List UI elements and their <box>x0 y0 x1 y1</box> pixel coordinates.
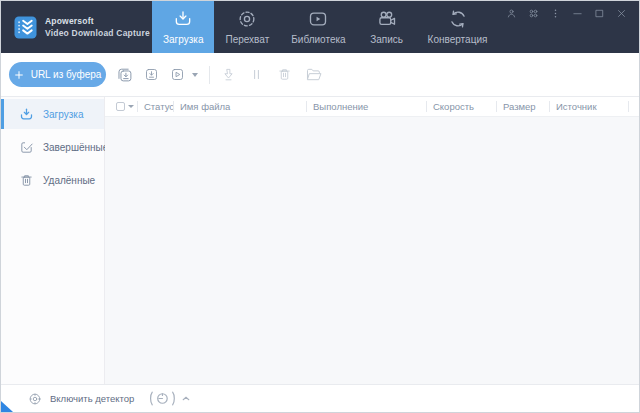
column-header-size[interactable]: Размер <box>496 97 549 116</box>
select-options-caret-icon[interactable] <box>128 105 134 108</box>
select-all-checkbox[interactable] <box>116 102 125 111</box>
record-camera-icon <box>377 9 397 29</box>
sidebar: Загрузка Завершённые Удалённые <box>1 97 105 384</box>
paste-url-label: URL из буфера <box>31 69 102 80</box>
toolbar: URL из буфера <box>1 53 639 96</box>
column-label: Имя файла <box>180 101 230 112</box>
task-actions <box>221 66 322 83</box>
column-header-speed[interactable]: Скорость <box>426 97 496 116</box>
column-header-spacer <box>628 97 639 116</box>
play-options-caret-icon[interactable] <box>192 73 198 77</box>
convert-icon <box>448 9 468 29</box>
open-folder-button[interactable] <box>305 66 322 83</box>
content-area: Загрузка Завершённые Удалённые <box>1 96 639 384</box>
pause-button[interactable] <box>249 67 264 82</box>
plus-icon <box>14 70 24 80</box>
toolbar-divider <box>209 66 210 84</box>
download-list-panel: Статус Имя файла Выполнение Скорость Раз… <box>105 97 639 384</box>
column-header-source[interactable]: Источник <box>549 97 628 116</box>
column-label: Статус <box>144 101 174 112</box>
download-icon <box>19 107 34 122</box>
app-brand: Apowersoft Video Download Capture <box>1 1 152 53</box>
download-all-icon <box>116 66 133 83</box>
app-window: Apowersoft Video Download Capture Загруз… <box>0 0 640 413</box>
sidebar-item-label: Удалённые <box>43 175 95 186</box>
target-icon <box>237 9 257 29</box>
close-icon[interactable] <box>616 8 627 19</box>
sidebar-item-label: Завершённые <box>43 142 108 153</box>
app-logo-icon <box>14 16 37 39</box>
brand-product: Video Download Capture <box>45 27 150 39</box>
tab-label: Перехват <box>225 34 269 45</box>
download-tray-icon <box>173 9 193 29</box>
tab-label: Библиотека <box>291 34 345 45</box>
statusbar: Включить детектор <box>1 384 639 412</box>
tab-download[interactable]: Загрузка <box>152 1 214 53</box>
column-label: Размер <box>503 101 536 112</box>
pause-icon <box>249 67 264 82</box>
main-nav: Загрузка Перехват Библиотека <box>152 1 498 53</box>
select-all-control[interactable] <box>105 102 137 111</box>
folder-open-icon <box>305 66 322 83</box>
sidebar-item-completed[interactable]: Завершённые <box>1 132 104 162</box>
column-header-filename[interactable]: Имя файла <box>173 97 306 116</box>
speed-gauge-icon <box>148 390 177 407</box>
tab-detect[interactable]: Перехват <box>214 1 280 53</box>
completed-check-icon <box>19 140 34 155</box>
app-title: Apowersoft Video Download Capture <box>45 15 150 40</box>
maximize-icon[interactable] <box>594 8 605 19</box>
account-icon[interactable] <box>506 8 517 19</box>
detector-icon <box>28 392 42 406</box>
column-label: Источник <box>556 101 597 112</box>
column-header-status[interactable]: Статус <box>137 97 173 116</box>
tab-convert[interactable]: Конвертация <box>417 1 499 53</box>
tab-library[interactable]: Библиотека <box>280 1 356 53</box>
column-header-progress[interactable]: Выполнение <box>306 97 426 116</box>
download-all-button[interactable] <box>116 66 133 83</box>
caret-up-icon[interactable] <box>182 390 190 407</box>
paste-url-button[interactable]: URL из буфера <box>9 62 106 87</box>
speed-limiter-control[interactable] <box>148 390 190 407</box>
detector-toggle[interactable]: Включить детектор <box>50 393 134 404</box>
tab-label: Загрузка <box>163 34 203 45</box>
tab-record[interactable]: Запись <box>357 1 417 53</box>
column-label: Выполнение <box>313 101 368 112</box>
resume-download-icon <box>221 67 236 82</box>
sidebar-item-deleted[interactable]: Удалённые <box>1 165 104 195</box>
download-box-icon <box>144 67 159 82</box>
table-header: Статус Имя файла Выполнение Скорость Раз… <box>105 97 639 117</box>
download-selected-button[interactable] <box>144 67 159 82</box>
sidebar-item-label: Загрузка <box>43 109 83 120</box>
play-task-button[interactable] <box>170 67 185 82</box>
resume-button[interactable] <box>221 67 236 82</box>
tab-label: Конвертация <box>428 34 488 45</box>
more-menu-icon[interactable] <box>550 8 561 19</box>
download-actions <box>116 66 198 83</box>
play-box-icon <box>170 67 185 82</box>
minimize-icon[interactable] <box>572 8 583 19</box>
window-controls <box>506 1 639 19</box>
delete-button[interactable] <box>277 67 292 82</box>
apps-icon[interactable] <box>528 8 539 19</box>
sidebar-item-downloading[interactable]: Загрузка <box>1 99 104 129</box>
trash-icon <box>277 67 292 82</box>
brand-name: Apowersoft <box>45 15 150 27</box>
download-list-empty <box>105 117 639 384</box>
titlebar: Apowersoft Video Download Capture Загруз… <box>1 1 639 53</box>
tab-label: Запись <box>370 34 403 45</box>
trash-icon <box>19 173 34 188</box>
corner-accent <box>1 401 13 412</box>
video-library-icon <box>308 9 328 29</box>
column-label: Скорость <box>433 101 474 112</box>
